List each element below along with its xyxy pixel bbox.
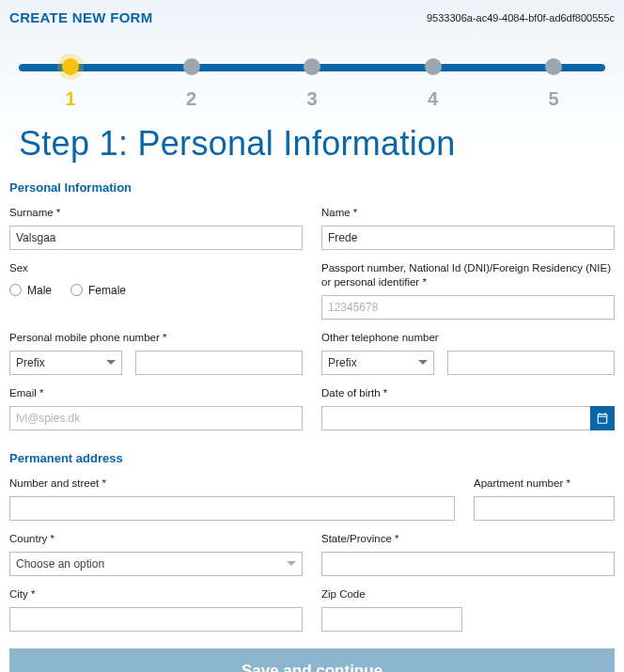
sex-female-radio[interactable]: Female (70, 284, 126, 297)
radio-label: Female (88, 284, 126, 297)
radio-icon (70, 284, 83, 296)
step-dot-icon (183, 58, 200, 75)
email-label: Email * (9, 386, 303, 400)
apartment-label: Apartment number * (474, 477, 615, 491)
step-5[interactable]: 5 (544, 58, 563, 110)
step-number: 1 (65, 88, 75, 110)
chevron-down-icon (287, 561, 296, 566)
radio-icon (9, 284, 22, 296)
step-dot-icon (62, 58, 79, 75)
name-input[interactable] (321, 226, 615, 250)
zip-label: Zip Code (321, 587, 462, 602)
passport-input[interactable] (321, 295, 615, 320)
surname-label: Surname * (9, 206, 303, 220)
step-dot-icon (545, 58, 562, 75)
other-prefix-select[interactable]: Prefix (321, 351, 434, 375)
section-heading-address: Permanent address (9, 451, 615, 465)
passport-label: Passport number, National Id (DNI)/Forei… (321, 261, 615, 289)
other-number-input[interactable] (447, 351, 615, 375)
country-label: Country * (9, 532, 303, 546)
step-number: 4 (428, 88, 438, 110)
country-select[interactable]: Choose an option (9, 552, 303, 576)
step-2[interactable]: 2 (182, 58, 201, 110)
city-label: City * (9, 587, 303, 602)
mobile-label: Personal mobile phone number * (9, 331, 303, 345)
calendar-button[interactable] (590, 406, 615, 430)
step-number: 5 (548, 88, 558, 110)
email-input[interactable] (9, 406, 303, 430)
street-label: Number and street * (9, 477, 455, 491)
surname-input[interactable] (9, 226, 303, 250)
section-heading-personal: Personal Information (9, 180, 615, 195)
sex-male-radio[interactable]: Male (9, 284, 52, 297)
page-header-title: CREATE NEW FORM (9, 9, 153, 25)
select-value: Prefix (328, 356, 357, 369)
step-dot-icon (304, 58, 320, 75)
calendar-icon (596, 412, 609, 425)
step-number: 2 (186, 88, 196, 110)
mobile-number-input[interactable] (135, 351, 303, 375)
form-uuid: 9533306a-ac49-4084-bf0f-ad6df800555c (427, 12, 615, 23)
other-tel-label: Other telephone number (321, 331, 615, 345)
select-value: Prefix (16, 356, 45, 369)
select-value: Choose an option (16, 557, 104, 570)
zip-input[interactable] (321, 607, 462, 632)
street-input[interactable] (9, 496, 455, 521)
chevron-down-icon (106, 360, 116, 365)
dob-label: Date of birth * (321, 386, 615, 400)
radio-label: Male (27, 284, 52, 297)
state-input[interactable] (321, 552, 615, 576)
apartment-input[interactable] (474, 496, 615, 521)
step-4[interactable]: 4 (424, 58, 443, 110)
state-label: State/Province * (321, 532, 615, 546)
step-title: Step 1: Personal Information (19, 124, 605, 164)
step-dot-icon (425, 58, 442, 75)
name-label: Name * (321, 206, 615, 220)
step-3[interactable]: 3 (303, 58, 321, 110)
mobile-prefix-select[interactable]: Prefix (9, 351, 122, 375)
step-1[interactable]: 1 (61, 58, 80, 110)
chevron-down-icon (418, 360, 428, 365)
dob-input[interactable] (322, 407, 590, 430)
progress-stepper: 1 2 3 4 5 (9, 58, 615, 115)
sex-label: Sex (9, 261, 303, 275)
city-input[interactable] (9, 607, 303, 632)
save-continue-button[interactable]: Save and continue (9, 649, 615, 673)
step-number: 3 (306, 88, 317, 110)
